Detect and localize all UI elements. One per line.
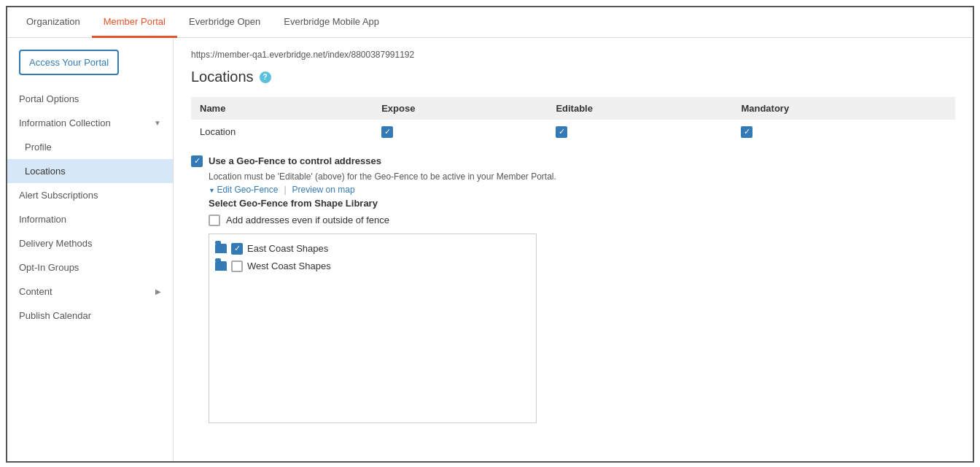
- add-outside-label: Add addresses even if outside of fence: [226, 215, 389, 225]
- shape-library-label: Select Geo-Fence from Shape Library: [209, 198, 955, 209]
- sidebar-item-information-collection[interactable]: Information Collection ▼: [7, 111, 173, 135]
- col-editable: Editable: [547, 97, 732, 120]
- sidebar-item-portal-options[interactable]: Portal Options: [7, 87, 173, 111]
- add-outside-row: Add addresses even if outside of fence: [209, 215, 955, 226]
- expose-checkbox[interactable]: ✓: [381, 126, 393, 138]
- sidebar-item-content[interactable]: Content ▶: [7, 279, 173, 304]
- geo-fence-checkbox[interactable]: ✓: [191, 155, 203, 167]
- tab-everbridge-mobile[interactable]: Everbridge Mobile App: [272, 7, 391, 38]
- geo-fence-links: Edit Geo-Fence | Preview on map: [209, 185, 955, 195]
- col-expose: Expose: [373, 97, 547, 120]
- chevron-right-icon: ▶: [155, 287, 161, 296]
- folder-icon-west: [215, 261, 227, 271]
- sidebar-item-information[interactable]: Information: [7, 207, 173, 231]
- sidebar-item-publish-calendar[interactable]: Publish Calendar: [7, 304, 173, 328]
- col-mandatory: Mandatory: [732, 97, 955, 120]
- locations-table: Name Expose Editable Mandatory Location …: [191, 97, 955, 144]
- mandatory-checkbox[interactable]: ✓: [741, 126, 752, 138]
- row-mandatory[interactable]: ✓: [732, 120, 955, 144]
- sidebar-item-alert-subscriptions[interactable]: Alert Subscriptions: [7, 183, 173, 207]
- editable-checkbox[interactable]: ✓: [556, 126, 567, 138]
- row-expose[interactable]: ✓: [373, 120, 547, 144]
- chevron-down-icon: ▼: [154, 119, 161, 127]
- access-portal-button[interactable]: Access Your Portal: [19, 50, 119, 75]
- content-area: https://member-qa1.everbridge.net/index/…: [174, 38, 973, 461]
- shape-item-east: ✓ East Coast Shapes: [215, 240, 530, 258]
- sidebar-item-profile[interactable]: Profile: [7, 135, 173, 159]
- portal-url: https://member-qa1.everbridge.net/index/…: [191, 50, 955, 60]
- help-icon[interactable]: ?: [260, 72, 271, 83]
- shape-item-west: West Coast Shapes: [215, 258, 530, 275]
- geo-fence-header: ✓ Use a Geo-Fence to control addresses: [191, 155, 955, 167]
- table-row: Location ✓ ✓ ✓: [191, 120, 955, 144]
- sidebar-item-opt-in-groups[interactable]: Opt-In Groups: [7, 255, 173, 279]
- top-tabs: Organization Member Portal Everbridge Op…: [7, 7, 973, 38]
- geo-fence-note: Location must be 'Editable' (above) for …: [209, 171, 955, 182]
- col-name: Name: [191, 97, 373, 120]
- tab-organization[interactable]: Organization: [15, 7, 92, 38]
- tab-member-portal[interactable]: Member Portal: [92, 7, 177, 38]
- sidebar-item-delivery-methods[interactable]: Delivery Methods: [7, 231, 173, 255]
- sidebar-item-locations[interactable]: Locations: [7, 159, 173, 183]
- west-coast-checkbox[interactable]: [231, 260, 243, 272]
- west-coast-label: West Coast Shapes: [247, 260, 331, 271]
- page-title-row: Locations ?: [191, 69, 955, 85]
- add-outside-checkbox[interactable]: [209, 215, 220, 226]
- page-title: Locations: [191, 69, 254, 85]
- tab-everbridge-open[interactable]: Everbridge Open: [177, 7, 272, 38]
- geo-fence-label: Use a Geo-Fence to control addresses: [209, 155, 381, 166]
- sidebar: Access Your Portal Portal Options Inform…: [7, 38, 174, 461]
- edit-geo-fence-link[interactable]: Edit Geo-Fence: [209, 185, 278, 195]
- geo-fence-section: ✓ Use a Geo-Fence to control addresses L…: [191, 155, 955, 423]
- east-coast-checkbox[interactable]: ✓: [231, 243, 243, 255]
- folder-icon-east: [215, 244, 227, 253]
- shape-library-box: ✓ East Coast Shapes West Coast Shapes: [209, 234, 537, 423]
- row-editable[interactable]: ✓: [547, 120, 732, 144]
- east-coast-label: East Coast Shapes: [247, 243, 328, 254]
- preview-on-map-link[interactable]: Preview on map: [292, 185, 355, 195]
- row-name: Location: [191, 120, 373, 144]
- link-separator: |: [284, 185, 286, 195]
